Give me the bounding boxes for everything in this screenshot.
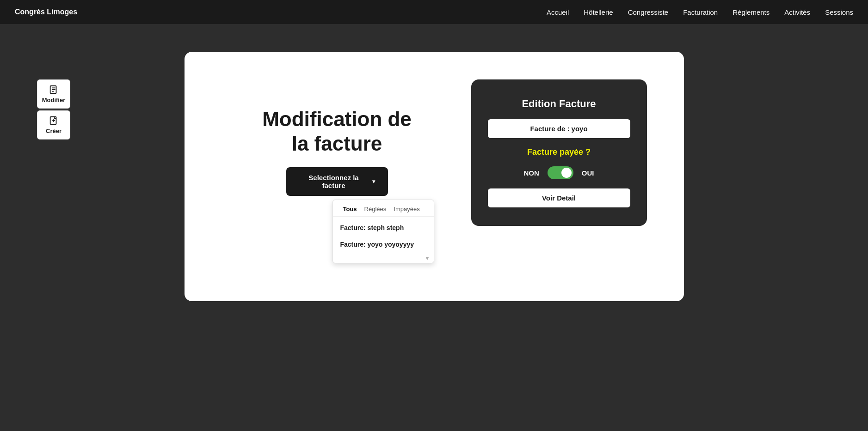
modifier-icon: [49, 85, 59, 95]
modifier-button[interactable]: Modifier: [37, 79, 70, 109]
toggle-switch[interactable]: [548, 166, 573, 179]
nav-sessions[interactable]: Sessions: [825, 8, 853, 16]
navbar: Congrès Limoges Accueil Hôtellerie Congr…: [0, 0, 868, 24]
tab-tous[interactable]: Tous: [339, 205, 361, 213]
chevron-down-icon: ▾: [372, 178, 375, 185]
main-title: Modification de la facture: [262, 107, 412, 156]
dropdown-items-list: Facture: steph steph Facture: yoyo yoyoy…: [333, 217, 434, 255]
edition-facture-panel: Edition Facture Facture de : yoyo Factur…: [471, 79, 647, 226]
navbar-links: Accueil Hôtellerie Congressiste Facturat…: [547, 8, 853, 16]
sidebar: Modifier Créer: [37, 79, 70, 140]
page-background: Modifier Créer Modification de la factur…: [0, 24, 868, 431]
dropdown-item-yoyo[interactable]: Facture: yoyo yoyoyyyy: [333, 236, 434, 253]
dropdown-trigger-label: Selectionnez la facture: [299, 174, 369, 189]
voir-detail-button[interactable]: Voir Detail: [488, 188, 630, 207]
facture-name-box: Facture de : yoyo: [488, 119, 630, 138]
creer-icon: [49, 115, 59, 126]
tab-reglees[interactable]: Réglées: [361, 205, 390, 213]
left-section: Modification de la facture Selectionnez …: [222, 79, 453, 196]
dropdown-tabs: Tous Réglées Impayées: [333, 200, 434, 217]
nav-congressiste[interactable]: Congressiste: [628, 8, 669, 16]
tab-impayees[interactable]: Impayées: [390, 205, 423, 213]
creer-button[interactable]: Créer: [37, 110, 70, 140]
creer-label: Créer: [46, 127, 62, 134]
toggle-slider: [548, 166, 573, 179]
nav-activites[interactable]: Activités: [784, 8, 810, 16]
nav-reglements[interactable]: Règlements: [733, 8, 770, 16]
toggle-oui-label: OUI: [582, 169, 594, 177]
nav-hotellerie[interactable]: Hôtellerie: [584, 8, 613, 16]
select-facture-dropdown[interactable]: Selectionnez la facture ▾: [286, 167, 388, 196]
modifier-label: Modifier: [42, 97, 66, 103]
main-card: Modification de la facture Selectionnez …: [185, 52, 684, 301]
toggle-row: NON OUI: [523, 166, 594, 179]
dropdown-menu: Tous Réglées Impayées Facture: steph ste…: [332, 200, 434, 263]
toggle-non-label: NON: [523, 169, 539, 177]
dropdown-item-steph[interactable]: Facture: steph steph: [333, 219, 434, 236]
edition-facture-title: Edition Facture: [522, 98, 596, 110]
scroll-indicator: ▼: [333, 255, 434, 263]
nav-facturation[interactable]: Facturation: [683, 8, 718, 16]
nav-accueil[interactable]: Accueil: [547, 8, 569, 16]
navbar-brand: Congrès Limoges: [15, 8, 77, 16]
payee-question-label: Facture payée ?: [527, 147, 591, 157]
